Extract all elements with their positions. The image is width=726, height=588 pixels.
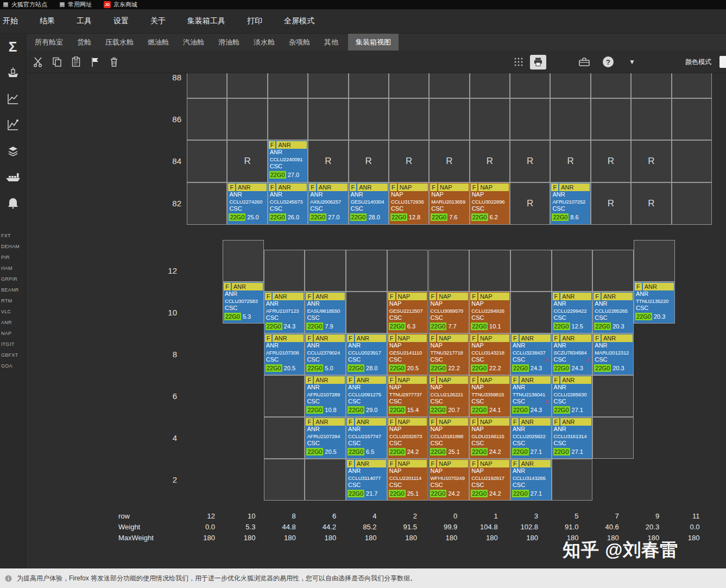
menu-item-print[interactable]: 打印 [247,16,262,26]
empty-slot[interactable] [592,250,634,292]
container-CCLU2023917[interactable]: FANRANRCCLU2023917CSC22G028.0 [346,333,387,375]
empty-slot[interactable] [672,182,712,225]
restow-slot[interactable]: R [510,182,550,225]
tab-other[interactable]: 其他 [320,34,343,50]
container-MARU2013659[interactable]: FNAPNAPMARU2013659CSC22G07.6 [429,182,469,225]
container-CCLU3245673[interactable]: FANRANRCCLU3245673CSC22G026.0 [268,182,308,225]
container-GESU2140304[interactable]: FANRANRGESU2140304CSC22G028.0 [349,182,389,225]
menu-item-settings[interactable]: 设置 [113,16,129,26]
empty-slot[interactable] [552,459,593,501]
container-CCLU2284926[interactable]: FNAPNAPCCLU2284926CSC22G010.1 [469,292,510,333]
container-CCLU2157747[interactable]: FANRANRCCLU2157747CSC22G06.5 [346,417,387,459]
tab-misc-tank[interactable]: 杂项舱 [285,34,314,50]
layers-icon[interactable] [0,138,26,164]
empty-slot[interactable] [268,98,308,140]
container-CCLU2032673[interactable]: FNAPNAPCCLU2032673CSC22G024.2 [387,417,428,459]
container-CCLU3238437[interactable]: FANRANRCCLU3238437CSC⚠22G024.3 [510,333,552,375]
cut-button[interactable] [30,54,46,69]
restow-slot[interactable]: R [470,140,510,182]
container-GLDU2166115[interactable]: FNAPNAPGLDU2166115CSC22G024.2 [469,417,510,459]
tab-all-compartments[interactable]: 所有舱室 [30,34,67,50]
empty-slot[interactable] [550,73,590,98]
container-CCLU3181898[interactable]: FNAPNAPCCLU3181898CSC22G025.1 [428,417,470,459]
bookmark-item[interactable]: JD 京东商城 [104,1,137,9]
empty-slot[interactable] [264,459,305,501]
menu-item-tools[interactable]: 工具 [77,16,92,26]
restow-slot[interactable]: R [591,140,631,182]
empty-slot[interactable] [510,73,550,98]
container-AFRU2107308[interactable]: FANRANRAFRU2107308CSC22G020.5 [264,333,305,375]
container-CCLU3114077[interactable]: FANRANRCCLU3114077CSC22G021.7 [346,459,387,501]
empty-slot[interactable] [592,417,634,459]
empty-slot[interactable] [346,292,387,333]
container-CCLU2091275[interactable]: FANRANRCCLU2091275CSC22G029.0 [346,375,387,417]
menu-item-fullscreen[interactable]: 全屏模式 [284,16,314,26]
container-CCLU2299422[interactable]: FANRANRCCLU2299422CSC22G012.5 [552,292,593,333]
bookmark-item[interactable]: 常用网址 [59,1,92,9]
empty-slot[interactable] [387,250,428,292]
container-CCLU3072583[interactable]: FANRANRCCLU3072583CSC22G05.3 [223,282,264,324]
empty-slot[interactable] [223,240,264,282]
container-CCLU2240091[interactable]: FANRANRCCLU2240091CSC22G027.0 [268,140,308,182]
empty-slot[interactable] [187,140,227,182]
empty-slot[interactable] [469,250,510,292]
empty-slot[interactable] [305,459,346,501]
container-CCLU2201114[interactable]: FNAPNAPCCLU2201114CSC22G025.1 [387,459,428,501]
tab-gasoline-tank[interactable]: 汽油舱 [179,34,209,50]
container-CCLU2025822[interactable]: FANRANRCCLU2025822CSC22G027.1 [510,417,552,459]
empty-slot[interactable] [264,250,305,292]
empty-slot[interactable] [510,292,552,333]
container-GESU2141110[interactable]: FNAPNAPGESU2141110CSC22G020.5 [387,333,428,375]
container-CCLU2285265[interactable]: FANRANRCCLU2285265CSC22G020.3 [592,292,634,333]
empty-slot[interactable] [389,73,429,98]
container-CCLU3172936[interactable]: FNAPNAPCCLU3172936CSC22G012.8 [389,182,429,225]
container-AXIU2006257[interactable]: FANRANRAXIU2006257CSC22G027.0 [308,182,348,225]
container-CCLU2285630[interactable]: FANRANRCCLU2285630CSC22G027.1 [552,375,593,417]
empty-slot[interactable] [552,250,593,292]
container-CCLU3143286[interactable]: FANRANRCCLU3143286CSC22G027.1 [510,459,552,501]
container-AFRU2107252[interactable]: FANRANRAFRU2107252CSC22G08.6 [550,182,590,225]
empty-slot[interactable] [268,73,308,98]
container-CCLU3089570[interactable]: FNAPNAPCCLU3089570CSC22G07.7 [428,292,470,333]
bell-icon[interactable] [0,190,26,216]
empty-slot[interactable] [305,250,346,292]
empty-slot[interactable] [470,73,510,98]
empty-slot[interactable] [187,98,227,140]
container-AFRU2107289[interactable]: FANRANRAFRU2107289CSC22G010.8 [305,375,346,417]
empty-slot[interactable] [349,98,389,140]
dropdown-button[interactable]: ▼ [624,54,640,69]
restow-slot[interactable]: R [308,140,348,182]
tab-fresh-water-tank[interactable]: 淡水舱 [249,34,279,50]
empty-slot[interactable] [429,73,469,98]
paste-button[interactable] [68,54,84,69]
restow-slot[interactable]: R [510,140,550,182]
bookmark-item[interactable]: 火狐官方站点 [3,1,47,9]
container-CCLU2192917[interactable]: FNAPNAPCCLU2192917CSC22G024.2 [469,459,510,501]
menu-item-container-tools[interactable]: 集装箱工具 [187,16,225,26]
empty-slot[interactable] [631,98,671,140]
container-TTNU3217718[interactable]: FNAPNAPTTNU3217718CSC22G022.2 [428,333,470,375]
container-SCZU7834584[interactable]: FANRANRSCZU7834584CSC⚠22G024.3 [552,333,593,375]
empty-slot[interactable] [592,375,634,417]
toolbox-button[interactable] [577,54,592,69]
container-CCLU3161314[interactable]: FANRANRCCLU3161314CSC22G027.1 [552,417,593,459]
container-CCLU2274260[interactable]: FANRANRCCLU2274260CSC22G025.0 [227,182,267,225]
menu-item-start[interactable]: 开始 [3,16,18,26]
restow-slot[interactable]: R [389,140,429,182]
container-CCLU3022896[interactable]: FNAPNAPCCLU3022896CSC22G06.2 [470,182,510,225]
empty-slot[interactable] [346,250,387,292]
dots-grid-button[interactable] [511,54,526,69]
empty-slot[interactable] [428,250,470,292]
empty-slot[interactable] [264,417,305,459]
help-button[interactable]: ? [601,54,616,69]
tab-fuel-tank[interactable]: 燃油舱 [143,34,173,50]
print-preview-button[interactable] [530,55,546,69]
empty-slot[interactable] [672,140,712,182]
container-TTNU3359815[interactable]: FNAPNAPTTNU3359815CSC22G024.1 [469,375,510,417]
menu-item-results[interactable]: 结果 [40,16,55,26]
menu-item-about[interactable]: 关于 [150,16,166,26]
empty-slot[interactable] [672,98,712,140]
empty-slot[interactable] [389,98,429,140]
container-CCLU2379024[interactable]: FANRANRCCLU2379024CSC22G05.0 [305,333,346,375]
ship-icon[interactable] [0,60,26,86]
